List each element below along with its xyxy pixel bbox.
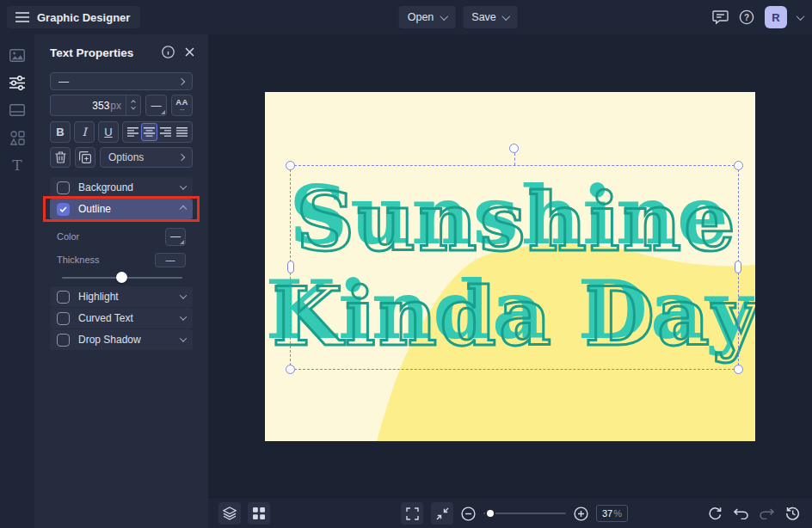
duplicate-button[interactable] (75, 147, 95, 168)
zoom-slider[interactable] (483, 513, 566, 514)
drop-shadow-checkbox[interactable] (57, 334, 70, 347)
italic-button[interactable]: I (74, 121, 95, 143)
outline-checkbox[interactable] (57, 203, 70, 216)
open-button[interactable]: Open (399, 6, 456, 28)
align-right-button[interactable] (157, 123, 174, 141)
highlight-checkbox[interactable] (57, 291, 70, 304)
font-size-input[interactable]: 353 px (50, 95, 141, 116)
outline-thickness-row: Thickness — (50, 252, 193, 267)
background-toggle-row[interactable]: Background (50, 177, 193, 198)
outline-thickness-slider-row (50, 272, 193, 284)
panel-header-icons (162, 46, 194, 58)
highlight-toggle-row[interactable]: Highlight (50, 286, 193, 307)
zoom-percent-input[interactable]: 37 % (596, 505, 628, 522)
undo-button[interactable] (734, 507, 748, 519)
background-label: Background (78, 181, 133, 193)
chevron-up-icon (180, 206, 187, 212)
chevron-down-icon (440, 12, 448, 21)
selection-box[interactable] (290, 165, 739, 370)
comments-button[interactable] (712, 10, 729, 25)
highlight-label: Highlight (78, 291, 119, 303)
close-icon[interactable] (185, 47, 194, 57)
outline-thickness-value-box[interactable]: — (155, 253, 186, 267)
align-left-button[interactable] (125, 123, 141, 141)
outline-toggle-row[interactable]: Outline (50, 199, 193, 219)
drop-shadow-toggle-row[interactable]: Drop Shadow (50, 329, 193, 350)
bottom-toolbar: 37 % (208, 497, 812, 528)
letter-spacing-arrow-icon: ↔ (179, 106, 186, 113)
history-button[interactable] (785, 507, 800, 520)
rotation-handle[interactable] (509, 144, 519, 153)
thickness-slider-handle[interactable] (116, 272, 127, 283)
zoom-slider-handle[interactable] (485, 508, 495, 519)
open-button-label: Open (408, 11, 434, 23)
top-bar: Graphic Designer Open Save ? R (0, 0, 812, 34)
help-button[interactable]: ? (739, 9, 754, 25)
rotation-stem (514, 153, 515, 165)
rail-images-tab[interactable] (0, 41, 34, 69)
font-family-value: — (58, 76, 69, 88)
outline-color-swatch[interactable]: — (165, 228, 186, 246)
resize-handle-top-right[interactable] (734, 161, 743, 170)
curved-text-checkbox[interactable] (57, 312, 70, 325)
drop-shadow-label: Drop Shadow (78, 334, 141, 346)
outline-color-label: Color (50, 231, 79, 242)
rail-shapes-tab[interactable] (0, 124, 34, 151)
save-button-label: Save (471, 11, 496, 23)
options-label: Options (108, 151, 144, 163)
chevron-down-icon (501, 12, 510, 21)
resize-handle-bottom-left[interactable] (286, 365, 295, 374)
info-icon[interactable] (162, 46, 175, 58)
text-color-swatch[interactable]: — (145, 95, 167, 116)
hamburger-icon (15, 12, 29, 22)
chevron-down-icon (180, 182, 187, 189)
rail-frames-tab[interactable] (0, 96, 34, 124)
align-justify-button[interactable] (174, 123, 190, 141)
chevron-down-icon (180, 313, 187, 320)
background-checkbox[interactable] (57, 181, 70, 194)
delete-button[interactable] (50, 147, 71, 168)
thickness-slider[interactable] (62, 277, 182, 279)
rail-properties-tab[interactable] (0, 69, 34, 96)
underline-button[interactable]: U (98, 121, 119, 143)
zoom-percent-unit: % (613, 508, 622, 519)
letter-spacing-button[interactable]: AA ↔ (171, 95, 193, 116)
zoom-out-button[interactable] (461, 507, 476, 521)
history-controls (708, 502, 800, 525)
grid-view-button[interactable] (248, 502, 270, 525)
svg-text:?: ? (744, 13, 749, 22)
font-size-unit: px (110, 100, 121, 112)
resize-handle-right[interactable] (735, 261, 741, 273)
resize-handle-left[interactable] (287, 261, 294, 273)
graphic-designer-app: Graphic Designer Open Save ? R (0, 0, 812, 528)
zoom-percent-value: 37 (602, 508, 612, 519)
options-button[interactable]: Options (100, 147, 193, 168)
stepper-down-icon[interactable] (131, 105, 136, 110)
resize-handle-top-left[interactable] (286, 161, 295, 170)
user-avatar[interactable]: R (765, 6, 787, 28)
font-family-select[interactable]: — (50, 72, 193, 90)
refresh-button[interactable] (708, 507, 723, 520)
zoom-in-button[interactable] (574, 507, 588, 521)
design-canvas[interactable]: Sunshine Kinda Day Sunshine Kinda Day (265, 92, 755, 441)
account-chevron-down-icon[interactable] (797, 12, 805, 21)
text-color-value: — (151, 100, 162, 112)
resize-handle-bottom-right[interactable] (734, 365, 743, 374)
rail-text-tab[interactable]: T (0, 151, 34, 179)
app-title: Graphic Designer (37, 11, 130, 24)
fit-to-screen-button[interactable] (431, 502, 453, 525)
main-menu-button[interactable]: Graphic Designer (7, 6, 140, 28)
font-size-stepper[interactable] (126, 95, 140, 115)
tool-rail: T (0, 34, 35, 528)
font-size-row: 353 px — AA ↔ (50, 95, 193, 116)
fullscreen-button[interactable] (401, 502, 423, 525)
chevron-down-icon (180, 335, 187, 341)
bottom-left-tools (218, 502, 270, 525)
curved-text-toggle-row[interactable]: Curved Text (50, 308, 193, 328)
align-center-button[interactable] (141, 123, 157, 141)
redo-button[interactable] (760, 507, 774, 519)
layers-button[interactable] (218, 502, 241, 525)
font-size-value: 353 (92, 100, 109, 112)
save-button[interactable]: Save (463, 6, 518, 28)
bold-button[interactable]: B (50, 121, 71, 143)
